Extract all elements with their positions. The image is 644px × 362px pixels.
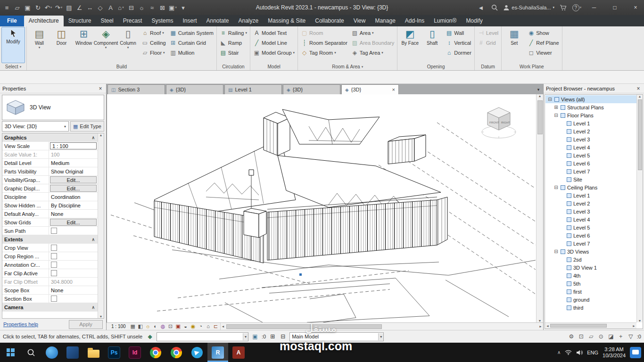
select-underlay-icon[interactable]: ▱	[587, 333, 595, 340]
ribbon-button[interactable]: ◇Tag Room▾	[299, 48, 349, 58]
ribbon-button[interactable]: ▨Area Boundary	[350, 38, 396, 48]
ribbon-tab[interactable]: Massing & Site	[263, 16, 310, 26]
scroll-up-icon[interactable]: ▲	[99, 133, 103, 137]
panel-label-datum[interactable]: Datum	[476, 63, 500, 70]
ribbon-button[interactable]: ◻Viewer	[526, 48, 560, 58]
measure-icon[interactable]: ∠	[74, 2, 84, 13]
sync-icon[interactable]: ↻	[33, 2, 43, 13]
show-rendering-icon[interactable]: ◍	[159, 323, 167, 329]
close-tab-icon[interactable]: ×	[392, 87, 395, 92]
search-icon[interactable]	[489, 2, 499, 13]
ribbon-button[interactable]: ◉Show	[526, 28, 560, 38]
ribbon-button[interactable]: ▯Shaft	[421, 27, 443, 63]
ribbon-button[interactable]: ┆Room Separator	[299, 38, 349, 48]
editing-requests-icon[interactable]: ▣	[251, 333, 259, 340]
browser-item[interactable]: Level 4	[545, 215, 636, 223]
property-row[interactable]: View Scale 1 : 100	[2, 142, 98, 150]
filter-icon[interactable]: ▽	[627, 333, 635, 340]
browser-item[interactable]: 2sd	[545, 255, 636, 263]
reveal-constraints-icon[interactable]: ⊏	[212, 323, 220, 329]
scroll-right-icon[interactable]: ►	[539, 325, 542, 328]
ribbon-button[interactable]: AModel Text	[252, 28, 296, 38]
property-value[interactable]: 304.8000	[49, 278, 98, 286]
tree-expander-icon[interactable]: ⊟	[553, 113, 559, 118]
group-collapse-icon[interactable]: ∧	[91, 237, 98, 242]
property-value[interactable]: None	[49, 287, 98, 294]
property-row[interactable]: Graphic Displ... Edit...	[2, 184, 98, 193]
property-row[interactable]: Camera ∧	[2, 303, 98, 312]
redo-icon[interactable]: ↷▾	[54, 2, 64, 13]
vertical-scrollbar[interactable]: ▲ ▼	[536, 94, 543, 322]
drag-on-selection-icon[interactable]: +	[617, 333, 625, 340]
ribbon-button[interactable]: ▤ Wall ▾	[28, 27, 50, 63]
temporary-hide-isolate-icon[interactable]: ◒	[182, 323, 190, 329]
ribbon-button[interactable]: ⌂Roof▾	[140, 28, 167, 38]
print-icon[interactable]: ▤	[64, 2, 74, 13]
browser-item[interactable]: Level 5	[545, 223, 636, 231]
dimension-icon[interactable]: ↔	[85, 2, 95, 13]
maximize-button[interactable]: □	[606, 0, 623, 15]
ribbon-button[interactable]: ◈Tag Area▾	[350, 48, 396, 58]
ribbon-tab[interactable]: Annotate	[201, 16, 233, 26]
press-drag-icon[interactable]: ◆	[146, 333, 154, 340]
view-tab[interactable]: ◈ {3D} ×	[341, 84, 399, 94]
ribbon-button[interactable]: ◣Ramp	[218, 38, 248, 48]
property-value[interactable]: None	[49, 210, 98, 218]
sun-path-icon[interactable]: ☼	[144, 323, 152, 329]
notification-icon[interactable]	[630, 347, 641, 358]
taskbar-indesign[interactable]: Id	[124, 343, 145, 362]
browser-item[interactable]: first	[545, 288, 636, 296]
property-value[interactable]: Medium	[49, 159, 98, 167]
ribbon-button[interactable]: ▢Room	[299, 28, 349, 38]
property-value[interactable]: By Discipline	[49, 202, 98, 209]
collapse-icon[interactable]: ◄	[476, 2, 486, 13]
scroll-down-icon[interactable]: ▼	[538, 319, 542, 322]
ribbon-button[interactable]: ▣Model Group▾	[252, 48, 296, 58]
browser-item[interactable]: Site	[545, 175, 636, 183]
properties-help-link[interactable]: Properties help	[3, 321, 38, 327]
taskbar-app-1[interactable]	[41, 343, 62, 362]
ribbon-button[interactable]: ▦Set	[503, 27, 525, 63]
type-selector[interactable]: 3D View	[2, 95, 104, 120]
section-icon[interactable]: ⊟	[126, 2, 136, 13]
property-value[interactable]: Edit...	[50, 219, 97, 226]
properties-header[interactable]: Properties ×	[0, 84, 106, 93]
ribbon-button[interactable]: ▱Floor▾	[140, 48, 167, 58]
property-value[interactable]: Edit...	[50, 176, 97, 183]
tree-expander-icon[interactable]: ⊟	[553, 185, 559, 190]
viewcube-right-label[interactable]: RIGHT	[501, 121, 510, 124]
ribbon-tab[interactable]: Structure	[64, 16, 96, 26]
apply-button[interactable]: Apply	[69, 320, 103, 329]
tab-list-button[interactable]: ▾	[534, 85, 543, 94]
browser-item[interactable]: Level 7	[545, 239, 636, 247]
close-button[interactable]: ×	[627, 0, 644, 15]
browser-item[interactable]: 5th	[545, 280, 636, 288]
property-row[interactable]: Section Box	[2, 295, 98, 303]
browser-item[interactable]: ⊟ Floor Plans	[545, 111, 636, 119]
ribbon-button[interactable]: ▦Curtain System	[168, 28, 215, 38]
property-row[interactable]: Detail Level Medium	[2, 159, 98, 167]
taskbar-autocad[interactable]: A	[228, 343, 249, 362]
clock[interactable]: 3:28 AM 10/3/2024	[603, 346, 626, 359]
drawing-area[interactable]: FRONT RIGHT ▲ ▼	[107, 94, 543, 322]
worksets-combo[interactable]: ▾	[157, 332, 248, 341]
ribbon-button[interactable]: ◫ Door	[50, 27, 73, 63]
text-icon[interactable]: A	[106, 2, 116, 13]
shadows-icon[interactable]: ◐	[152, 323, 159, 329]
scroll-down-icon[interactable]: ▼	[638, 319, 642, 322]
browser-item[interactable]: third	[545, 304, 636, 312]
3d-model-wireframe[interactable]	[107, 94, 537, 322]
property-value[interactable]	[49, 261, 98, 269]
browser-vertical-scrollbar[interactable]: ▲ ▼	[636, 95, 643, 322]
thin-lines-icon[interactable]: ≈	[147, 2, 157, 13]
property-row[interactable]: Crop View	[2, 244, 98, 252]
panel-label-work-plane[interactable]: Work Plane	[503, 63, 560, 70]
horizontal-scrollbar[interactable]: ◄ ►	[220, 323, 543, 330]
browser-item[interactable]: Level 1	[545, 191, 636, 199]
panel-label-build[interactable]: Build	[28, 63, 215, 70]
ribbon-tab[interactable]: Insert	[178, 16, 201, 26]
start-button[interactable]	[0, 343, 21, 362]
scrollbar-thumb[interactable]	[550, 324, 607, 328]
ribbon-button[interactable]: ⌂Dormer	[444, 48, 473, 58]
taskbar-search-button[interactable]	[21, 343, 41, 362]
